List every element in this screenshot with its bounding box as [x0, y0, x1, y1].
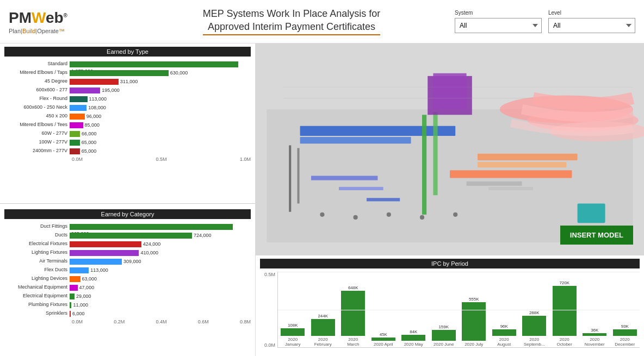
type-bar [70, 105, 86, 111]
ipc-x-label: 2020 March [347, 337, 359, 347]
category-bar-value: 309,000 [123, 259, 141, 264]
type-bar-container: 1,075,000 [70, 60, 251, 67]
type-bar-value: 65,000 [82, 140, 97, 145]
svg-rect-8 [433, 112, 437, 195]
type-bar-container: 85,000 [70, 121, 251, 128]
category-bar-container: 424,000 [70, 240, 251, 247]
category-bar-container: 63,000 [70, 275, 251, 282]
category-bar-label: Air Terminals [4, 258, 70, 264]
svg-rect-10 [478, 162, 566, 167]
ipc-bar [522, 316, 546, 336]
main-content: Earned by Type Standard1,075,000Mitered … [0, 43, 644, 356]
ipc-bar-value-label: 108K [288, 323, 298, 328]
left-panel: Earned by Type Standard1,075,000Mitered … [0, 43, 256, 356]
category-bar [70, 224, 233, 230]
type-bar [70, 148, 80, 154]
category-bar [70, 302, 71, 308]
svg-rect-14 [311, 176, 377, 180]
type-bar-value: 195,000 [102, 88, 120, 93]
right-panel: INSERT MODEL IPC by Period 0.5M 0.0M [256, 43, 644, 356]
type-bar-row: Mitered Elbows / Taps630,000 [4, 68, 251, 76]
category-bar-row: Mechanical Equipment47,000 [4, 283, 251, 291]
level-filter-label: Level [548, 10, 635, 16]
ipc-y-min: 0.0M [264, 342, 275, 348]
svg-rect-26 [450, 170, 572, 178]
type-bar-row: Standard1,075,000 [4, 60, 251, 67]
svg-rect-15 [339, 187, 383, 190]
ipc-x-label: 2020 November [585, 337, 605, 347]
type-bar [70, 131, 80, 137]
category-bar [70, 285, 78, 291]
type-bar-container: 65,000 [70, 139, 251, 145]
type-bar [70, 96, 88, 102]
type-bar-container: 108,000 [70, 104, 251, 110]
type-bar-value: 96,000 [86, 114, 102, 119]
ipc-x-label: 2020 October [557, 337, 572, 347]
logo-tagline: Plan|Build|Operate™ [9, 28, 128, 34]
type-bar [70, 61, 238, 67]
earned-by-type-section: Earned by Type Standard1,075,000Mitered … [0, 43, 255, 201]
category-bar-row: Electrical Fixtures424,000 [4, 240, 251, 247]
category-bar [70, 259, 122, 265]
system-filter-group: System All [455, 10, 542, 33]
category-bar-row: Sprinklers6,000 [4, 309, 251, 317]
category-bar-container: 113,000 [70, 266, 251, 273]
svg-point-22 [354, 215, 358, 220]
svg-rect-28 [488, 187, 533, 190]
ipc-bar [492, 329, 516, 336]
type-bar [70, 88, 100, 93]
category-bar-label: Lighting Fixtures [4, 249, 70, 255]
ipc-x-label: 2020 February [314, 337, 332, 347]
ipc-x-label: 2020 Septemb... [524, 337, 545, 347]
svg-point-25 [453, 213, 457, 217]
earned-by-category-title: Earned by Category [4, 209, 251, 219]
type-bar-value: 85,000 [85, 122, 100, 128]
earned-by-type-title: Earned by Type [4, 47, 251, 57]
header: PMWeb® Plan|Build|Operate™ MEP Systems W… [0, 0, 644, 43]
category-axis: 0.0M0.2M0.4M0.6M0.8M [4, 319, 251, 324]
page-title: MEP Systems Work In Place Analysis for A… [203, 8, 380, 35]
type-axis: 0.0M0.5M1.0M [4, 157, 251, 162]
ipc-x-label: 2020 April [374, 342, 393, 347]
category-bar-value: 63,000 [82, 276, 97, 282]
type-bar [70, 114, 85, 120]
ipc-x-label: 2020 December [615, 337, 635, 347]
category-bar-row: Ducts724,000 [4, 231, 251, 239]
ipc-x-label: 2020 June [434, 342, 454, 347]
svg-point-24 [420, 215, 424, 220]
category-bar-value: 47,000 [79, 285, 95, 290]
category-bar-label: Plumbing Fixtures [4, 302, 70, 307]
svg-rect-12 [433, 73, 466, 109]
svg-rect-19 [289, 145, 291, 211]
ipc-bar [583, 333, 606, 336]
type-bar-label: Mitered Elbows / Tees [4, 122, 70, 127]
type-bar-row: 60W - 277V66,000 [4, 129, 251, 137]
svg-rect-16 [367, 198, 400, 201]
type-bar [70, 70, 169, 76]
category-bar-label: Mechanical Equipment [4, 284, 70, 290]
category-bar-row: Flex Ducts113,000 [4, 266, 251, 273]
insert-model-button[interactable]: INSERT MODEL [560, 226, 633, 245]
type-bar-row: 45 Degree311,000 [4, 77, 251, 85]
category-bar-label: Duct Fittings [4, 223, 70, 229]
svg-point-23 [387, 213, 391, 217]
earned-by-category-section: Earned by Category Duct Fittings965,000D… [0, 206, 255, 356]
ipc-bar [401, 335, 425, 341]
earned-by-type-chart: Standard1,075,000Mitered Elbows / Taps63… [4, 60, 251, 154]
model-area: INSERT MODEL [256, 43, 644, 255]
category-bar-label: Sprinklers [4, 310, 70, 316]
level-filter-select[interactable]: All [548, 18, 635, 33]
category-bar [70, 250, 139, 256]
ipc-bar-value-label: 288K [529, 310, 540, 315]
system-filter-select[interactable]: All [455, 18, 542, 33]
category-bar-container: 29,000 [70, 292, 251, 299]
type-bar-label: 600x600 - 277 [4, 87, 70, 92]
type-bar-label: 60W - 277V [4, 130, 70, 136]
type-bar-label: 600x600 - 250 Neck [4, 104, 70, 110]
category-bar-value: 6,000 [72, 311, 85, 316]
category-bar [70, 267, 89, 273]
level-filter-group: Level All [548, 10, 635, 33]
ipc-bar [462, 302, 486, 341]
ipc-y-max: 0.5M [264, 272, 275, 277]
category-bar-value: 113,000 [90, 267, 108, 273]
